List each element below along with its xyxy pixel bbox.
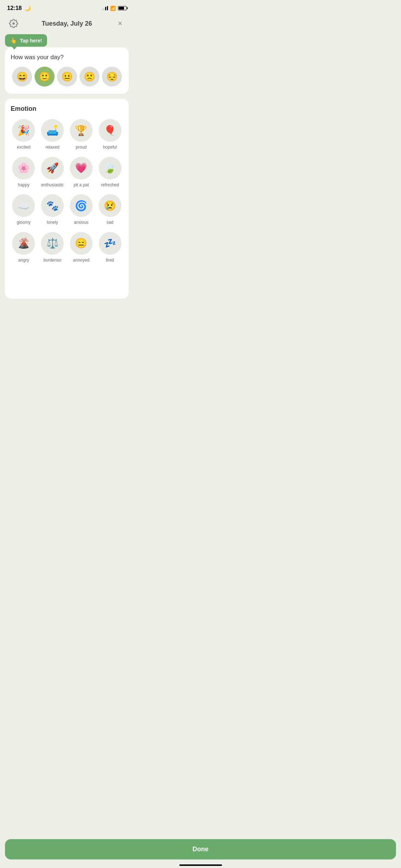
emotion-happy[interactable]: 🌸 happy xyxy=(11,157,37,188)
emotion-grid: 🎉 excited 🛋️ relaxed 🏆 proud 🎈 hopeful 🌸… xyxy=(11,119,123,263)
tired-label: tired xyxy=(106,258,114,263)
header-title: Tuesday, July 26 xyxy=(42,20,92,27)
emotion-proud[interactable]: 🏆 proud xyxy=(68,119,94,150)
relaxed-icon: 🛋️ xyxy=(41,119,64,142)
close-button[interactable]: × xyxy=(114,17,127,30)
tap-icon: 👆 xyxy=(10,37,17,44)
mood-sad[interactable]: 🙁 xyxy=(79,67,99,87)
tooltip-wrap: 👆 Tap here! xyxy=(5,34,47,47)
day-question: How was your day? xyxy=(11,54,123,61)
status-bar: 12:18 🌙 📶 xyxy=(0,0,134,14)
mood-terrible-emoji: 😔 xyxy=(106,71,118,82)
mood-great-emoji: 😄 xyxy=(16,71,28,82)
mood-great[interactable]: 😄 xyxy=(12,67,32,87)
day-card: How was your day? 😄 🙂 😐 🙁 😔 xyxy=(5,47,129,94)
tooltip-label: Tap here! xyxy=(20,38,42,43)
pit-a-pat-label: pit a pat xyxy=(74,182,89,188)
emotion-sad[interactable]: 😢 sad xyxy=(97,194,123,226)
settings-button[interactable] xyxy=(7,17,20,30)
mood-good-emoji: 🙂 xyxy=(39,71,50,82)
signal-icon xyxy=(102,6,108,10)
emotion-annoyed[interactable]: 😑 annoyed xyxy=(68,232,94,263)
emotion-anxious[interactable]: 🌀 anxious xyxy=(68,194,94,226)
header: Tuesday, July 26 × xyxy=(0,14,134,34)
anxious-label: anxious xyxy=(74,220,88,226)
emotion-hopeful[interactable]: 🎈 hopeful xyxy=(97,119,123,150)
emotion-enthusiastic[interactable]: 🚀 enthusiastic xyxy=(40,157,66,188)
emotion-relaxed[interactable]: 🛋️ relaxed xyxy=(40,119,66,150)
emotion-lonely[interactable]: 🐾 lonely xyxy=(40,194,66,226)
annoyed-label: annoyed xyxy=(73,258,89,263)
pit-a-pat-icon: 💗 xyxy=(70,157,93,180)
status-icons: 📶 xyxy=(102,6,127,11)
refreshed-icon: 🍃 xyxy=(99,157,122,180)
excited-label: excited xyxy=(17,145,30,150)
wifi-icon: 📶 xyxy=(110,6,116,11)
proud-icon: 🏆 xyxy=(70,119,93,142)
angry-icon: 🌋 xyxy=(12,232,35,255)
refreshed-label: refreshed xyxy=(101,182,119,188)
emotion-excited[interactable]: 🎉 excited xyxy=(11,119,37,150)
emotion-refreshed[interactable]: 🍃 refreshed xyxy=(97,157,123,188)
happy-label: happy xyxy=(18,182,30,188)
excited-icon: 🎉 xyxy=(12,119,35,142)
sad-icon: 😢 xyxy=(99,194,122,217)
mood-neutral-emoji: 😐 xyxy=(61,71,73,82)
enthusiastic-icon: 🚀 xyxy=(41,157,64,180)
moon-icon: 🌙 xyxy=(25,5,31,11)
emotion-tired[interactable]: 💤 tired xyxy=(97,232,123,263)
happy-icon: 🌸 xyxy=(12,157,35,180)
mood-sad-emoji: 🙁 xyxy=(84,71,95,82)
annoyed-icon: 😑 xyxy=(70,232,93,255)
emotion-angry[interactable]: 🌋 angry xyxy=(11,232,37,263)
mood-neutral[interactable]: 😐 xyxy=(57,67,77,87)
relaxed-label: relaxed xyxy=(45,145,59,150)
battery-icon xyxy=(118,6,127,10)
emotion-burdensome[interactable]: ⚖️ burdenso xyxy=(40,232,66,263)
hopeful-icon: 🎈 xyxy=(99,119,122,142)
emotion-card: Emotion 🎉 excited 🛋️ relaxed 🏆 proud 🎈 h… xyxy=(5,99,129,299)
tired-icon: 💤 xyxy=(99,232,122,255)
anxious-icon: 🌀 xyxy=(70,194,93,217)
emotion-title: Emotion xyxy=(11,105,123,113)
tap-tooltip[interactable]: 👆 Tap here! xyxy=(5,34,47,47)
proud-label: proud xyxy=(76,145,87,150)
hopeful-label: hopeful xyxy=(103,145,117,150)
lonely-icon: 🐾 xyxy=(41,194,64,217)
status-time: 12:18 xyxy=(7,5,22,11)
mood-row: 😄 🙂 😐 🙁 😔 xyxy=(11,67,123,87)
sad-label: sad xyxy=(107,220,113,226)
gear-icon xyxy=(9,19,18,28)
lonely-label: lonely xyxy=(47,220,58,226)
gloomy-label: gloomy xyxy=(17,220,31,226)
mood-terrible[interactable]: 😔 xyxy=(102,67,122,87)
mood-good[interactable]: 🙂 xyxy=(35,67,55,87)
enthusiastic-label: enthusiastic xyxy=(41,182,63,188)
emotion-pit-a-pat[interactable]: 💗 pit a pat xyxy=(68,157,94,188)
burdensome-icon: ⚖️ xyxy=(41,232,64,255)
angry-label: angry xyxy=(18,258,29,263)
gloomy-icon: ☁️ xyxy=(12,194,35,217)
burdensome-label: burdenso xyxy=(43,258,61,263)
emotion-gloomy[interactable]: ☁️ gloomy xyxy=(11,194,37,226)
